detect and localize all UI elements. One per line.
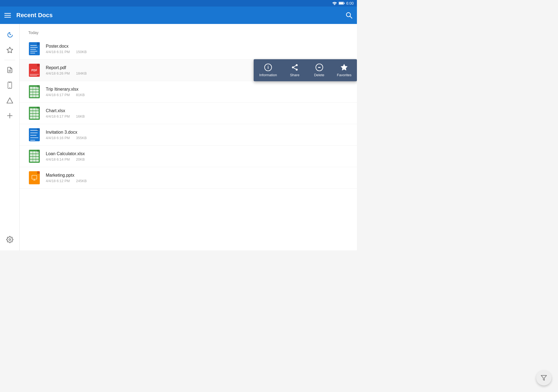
delete-icon [316, 64, 323, 71]
file-info: Poster.docx 4/4/18 6:31 PM 150KB [46, 44, 348, 54]
svg-point-16 [9, 239, 11, 241]
svg-marker-8 [7, 47, 13, 53]
file-info: Chart.xlsx 4/4/18 6:17 PM 16KB [46, 108, 348, 118]
page-title: Recent Docs [16, 12, 340, 19]
sidebar-item-favorites[interactable] [3, 44, 16, 57]
battery-icon [339, 1, 345, 5]
svg-rect-4 [4, 15, 11, 16]
svg-rect-1 [339, 2, 343, 4]
file-info: Loan Calculator.xlsx 4/4/18 6:14 PM 20KB [46, 151, 348, 161]
file-icon-pdf: PDF [28, 63, 40, 77]
file-name: Invitation 3.docx [46, 130, 348, 135]
svg-marker-26 [341, 64, 347, 70]
context-menu-delete[interactable]: Delete [307, 62, 332, 79]
file-name: Loan Calculator.xlsx [46, 151, 348, 156]
svg-point-19 [296, 64, 298, 66]
svg-rect-2 [344, 3, 344, 4]
sidebar [0, 24, 20, 250]
status-bar: 6:00 [0, 0, 357, 7]
context-menu: i Information [254, 59, 357, 81]
status-icons: 6:00 [332, 1, 354, 5]
context-information-label: Information [259, 73, 277, 77]
file-name: Poster.docx [46, 44, 348, 49]
list-item[interactable]: PDF Report.pdf 4/4/18 6:26 PM 184KB [20, 60, 357, 81]
context-menu-favorites[interactable]: Favorites [332, 62, 357, 79]
time-display: 6:00 [346, 1, 354, 5]
file-icon-pptx [28, 171, 40, 185]
svg-point-21 [296, 69, 298, 71]
sidebar-item-documents[interactable] [3, 63, 16, 76]
list-item[interactable]: Loan Calculator.xlsx 4/4/18 6:14 PM 20KB [20, 146, 357, 167]
file-meta: 4/4/18 6:17 PM 81KB [46, 93, 348, 97]
context-delete-label: Delete [314, 73, 325, 77]
content-area: Today [20, 24, 357, 250]
sidebar-item-recent[interactable] [3, 28, 16, 41]
file-meta: 4/4/18 6:31 PM 150KB [46, 50, 348, 54]
file-info: Invitation 3.docx 4/4/18 6:16 PM 355KB [46, 130, 348, 140]
svg-rect-5 [4, 17, 11, 18]
wifi-icon [332, 1, 337, 5]
context-favorites-label: Favorites [337, 73, 351, 77]
main-layout: Today [0, 24, 357, 250]
svg-line-7 [350, 16, 352, 18]
file-name: Trip Itinerary.xlsx [46, 87, 348, 92]
sidebar-divider [4, 60, 15, 60]
file-meta: 4/4/18 6:17 PM 16KB [46, 114, 348, 118]
file-info: Marketing.pptx 4/4/18 6:12 PM 245KB [46, 173, 348, 183]
svg-line-22 [294, 68, 296, 69]
sidebar-item-add[interactable] [3, 109, 16, 122]
svg-rect-25 [318, 67, 320, 68]
file-meta: 4/4/18 6:16 PM 355KB [46, 136, 348, 140]
file-info: Trip Itinerary.xlsx 4/4/18 6:17 PM 81KB [46, 87, 348, 97]
sidebar-item-device[interactable] [3, 79, 16, 92]
context-menu-information[interactable]: i Information [254, 62, 282, 79]
list-item[interactable]: Trip Itinerary.xlsx 4/4/18 6:17 PM 81KB [20, 81, 357, 103]
svg-point-12 [9, 87, 10, 88]
file-meta: 4/4/18 6:14 PM 20KB [46, 157, 348, 161]
file-icon-xlsx-2 [28, 106, 40, 120]
file-icon-docx [28, 42, 40, 56]
svg-rect-3 [4, 13, 11, 14]
menu-button[interactable] [4, 12, 11, 19]
star-icon [340, 64, 348, 71]
app-bar: Recent Docs [0, 7, 357, 24]
context-share-label: Share [290, 73, 299, 77]
list-item[interactable]: Poster.docx 4/4/18 6:31 PM 150KB [20, 38, 357, 60]
sidebar-item-settings[interactable] [3, 233, 16, 246]
file-meta: 4/4/18 6:12 PM 245KB [46, 179, 348, 183]
share-icon [291, 64, 299, 71]
file-icon-docx-2 [28, 128, 40, 142]
svg-rect-15 [7, 115, 13, 116]
file-name: Marketing.pptx [46, 173, 348, 178]
sidebar-item-drive[interactable] [3, 94, 16, 107]
file-icon-xlsx [28, 85, 40, 99]
search-button[interactable] [345, 12, 353, 19]
file-icon-xlsx-3 [28, 149, 40, 163]
svg-line-23 [294, 66, 296, 67]
info-icon: i [264, 64, 272, 71]
list-item[interactable]: Chart.xlsx 4/4/18 6:17 PM 16KB [20, 103, 357, 124]
svg-text:i: i [268, 65, 269, 70]
file-name: Chart.xlsx [46, 108, 348, 113]
section-header-today: Today [20, 28, 357, 38]
list-item[interactable]: Invitation 3.docx 4/4/18 6:16 PM 355KB [20, 124, 357, 146]
file-list: Poster.docx 4/4/18 6:31 PM 150KB PDF [20, 38, 357, 189]
svg-point-20 [292, 66, 294, 68]
context-menu-share[interactable]: Share [283, 62, 307, 79]
svg-rect-27 [32, 175, 37, 179]
list-item[interactable]: Marketing.pptx 4/4/18 6:12 PM 245KB [20, 167, 357, 189]
